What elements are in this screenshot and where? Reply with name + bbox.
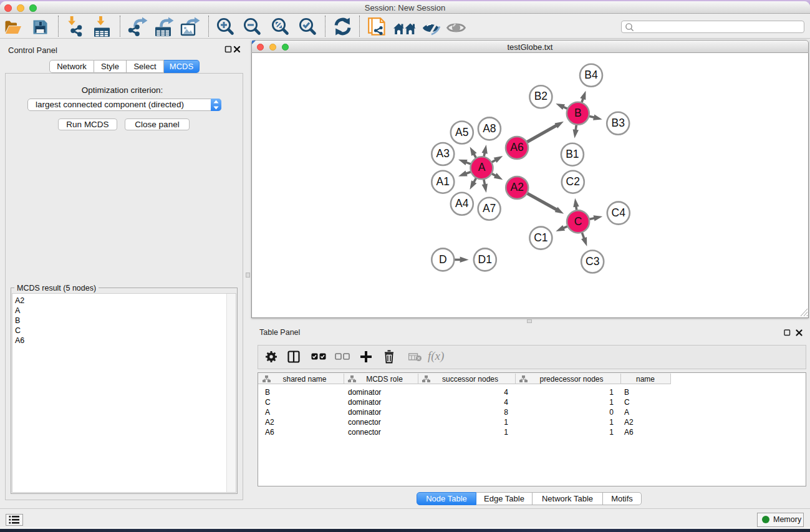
svg-text:A2: A2 bbox=[510, 181, 523, 193]
svg-text:B: B bbox=[574, 107, 582, 119]
svg-text:B2: B2 bbox=[534, 90, 547, 102]
svg-text:C1: C1 bbox=[534, 231, 547, 244]
svg-text:D: D bbox=[439, 253, 447, 266]
svg-text:A1: A1 bbox=[436, 175, 450, 188]
svg-text:A6: A6 bbox=[510, 141, 523, 153]
svg-text:C: C bbox=[574, 215, 582, 228]
svg-text:A5: A5 bbox=[455, 126, 468, 138]
svg-text:A3: A3 bbox=[436, 147, 450, 160]
svg-text:A8: A8 bbox=[483, 122, 496, 135]
svg-text:A: A bbox=[478, 161, 486, 173]
svg-text:C2: C2 bbox=[566, 175, 580, 188]
svg-text:A7: A7 bbox=[483, 202, 496, 215]
svg-text:C3: C3 bbox=[586, 255, 599, 268]
svg-text:D1: D1 bbox=[478, 253, 492, 266]
svg-text:B3: B3 bbox=[611, 117, 624, 129]
svg-text:B4: B4 bbox=[584, 69, 598, 81]
svg-text:A4: A4 bbox=[455, 197, 469, 210]
svg-text:C4: C4 bbox=[612, 206, 626, 219]
svg-text:B1: B1 bbox=[566, 148, 579, 160]
